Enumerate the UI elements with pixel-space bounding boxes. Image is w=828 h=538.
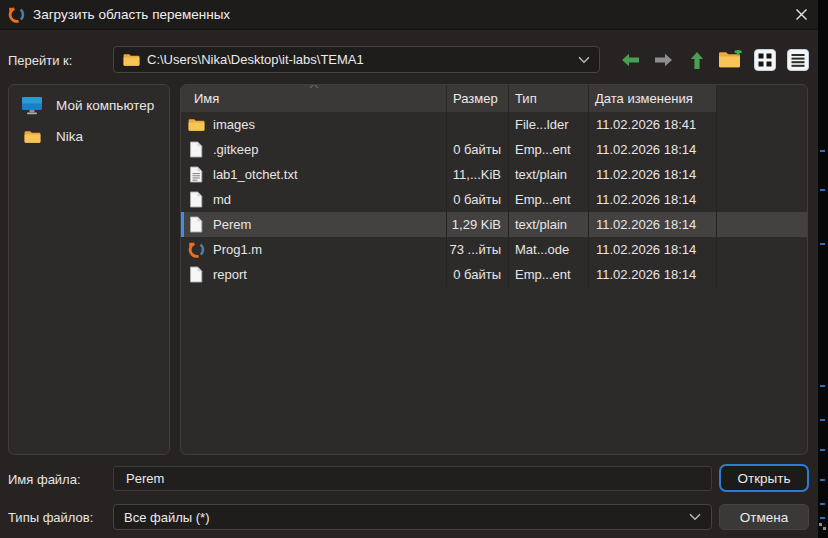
file-name: Prog1.m — [213, 242, 262, 257]
file-size: 1,29 KiB — [447, 212, 509, 237]
file-size: 0 байты — [447, 137, 509, 162]
path-combobox[interactable]: C:\Users\Nika\Desktop\it-labs\TEMA1 — [113, 46, 600, 73]
filename-label: Имя файла: — [8, 472, 81, 487]
grid-view-icon — [754, 49, 776, 71]
table-header: Имя Размер Тип Дата изменения — [181, 85, 807, 112]
file-type-icon — [187, 141, 205, 158]
places-sidebar: Мой компьютер Nika — [8, 84, 170, 455]
filename-input[interactable]: Perem — [113, 466, 712, 491]
forward-button[interactable] — [650, 47, 676, 73]
file-size: 73 ...йты — [447, 237, 509, 262]
folder-icon — [123, 53, 140, 67]
sidebar-item-label: Nika — [56, 129, 83, 144]
table-row[interactable]: .gitkeep 0 байты Emp...ent 11.02.2026 18… — [181, 137, 807, 162]
path-value: C:\Users\Nika\Desktop\it-labs\TEMA1 — [147, 52, 364, 67]
back-button[interactable] — [617, 47, 643, 73]
background-screen-edge — [818, 0, 828, 538]
filetype-label: Типы файлов: — [8, 510, 93, 525]
file-size: 0 байты — [447, 262, 509, 287]
file-type: Emp...ent — [509, 262, 589, 287]
goto-label: Перейти к: — [8, 53, 72, 68]
file-type-icon — [187, 241, 205, 258]
file-type: text/plain — [509, 212, 589, 237]
file-date: 11.02.2026 18:41 — [589, 112, 717, 137]
chevron-down-icon — [689, 513, 701, 521]
column-header-size[interactable]: Размер — [447, 85, 509, 112]
file-type: text/plain — [509, 162, 589, 187]
sort-ascending-icon — [309, 84, 319, 89]
table-row[interactable]: lab1_otchet.txt 11,...KiB text/plain 11.… — [181, 162, 807, 187]
file-browser-panel: Имя Размер Тип Дата изменения images Fil… — [180, 84, 808, 455]
file-date: 11.02.2026 18:14 — [589, 262, 717, 287]
icon-view-button[interactable] — [752, 47, 778, 73]
close-icon — [795, 8, 808, 21]
forward-icon — [654, 53, 673, 67]
filetype-value: Все файлы (*) — [124, 510, 209, 525]
sidebar-item-icon — [20, 96, 44, 115]
column-header-date[interactable]: Дата изменения — [589, 85, 717, 112]
table-row[interactable]: report 0 байты Emp...ent 11.02.2026 18:1… — [181, 262, 807, 287]
open-button[interactable]: Открыть — [719, 464, 809, 492]
octave-logo-icon — [8, 6, 25, 23]
list-view-icon — [787, 49, 809, 71]
table-row[interactable]: images File...lder 11.02.2026 18:41 — [181, 112, 807, 137]
filename-value: Perem — [126, 471, 164, 486]
close-button[interactable] — [784, 0, 818, 30]
file-name: .gitkeep — [213, 142, 259, 157]
file-type-icon — [187, 166, 205, 183]
load-variables-dialog: Загрузить область переменных Перейти к: … — [0, 0, 818, 538]
new-folder-icon — [718, 50, 742, 70]
table-row[interactable]: md 0 байты Emp...ent 11.02.2026 18:14 — [181, 187, 807, 212]
file-type: Mat...ode — [509, 237, 589, 262]
file-date: 11.02.2026 18:14 — [589, 237, 717, 262]
dialog-title: Загрузить область переменных — [33, 7, 230, 22]
up-icon — [690, 51, 704, 70]
title-bar: Загрузить область переменных — [0, 0, 818, 30]
file-name: Perem — [213, 217, 251, 232]
table-row[interactable]: Prog1.m 73 ...йты Mat...ode 11.02.2026 1… — [181, 237, 807, 262]
filetype-combobox[interactable]: Все файлы (*) — [113, 504, 712, 530]
table-row[interactable]: Perem 1,29 KiB text/plain 11.02.2026 18:… — [181, 212, 807, 237]
file-type-icon — [187, 118, 205, 132]
sidebar-item-label: Мой компьютер — [56, 98, 154, 113]
back-icon — [621, 53, 640, 67]
cancel-button[interactable]: Отмена — [719, 504, 809, 530]
new-folder-button[interactable] — [717, 47, 743, 73]
file-date: 11.02.2026 18:14 — [589, 187, 717, 212]
file-rows: images File...lder 11.02.2026 18:41 .git… — [181, 112, 807, 287]
file-size: 0 байты — [447, 187, 509, 212]
file-type-icon — [187, 266, 205, 283]
file-size: 11,...KiB — [447, 162, 509, 187]
file-name: md — [213, 192, 231, 207]
sidebar-item-мой-компьютер[interactable]: Мой компьютер — [9, 90, 169, 121]
column-header-name[interactable]: Имя — [181, 85, 447, 112]
column-header-type[interactable]: Тип — [509, 85, 589, 112]
file-date: 11.02.2026 18:14 — [589, 162, 717, 187]
detail-view-button[interactable] — [785, 47, 811, 73]
file-type: Emp...ent — [509, 137, 589, 162]
file-name: images — [213, 117, 255, 132]
file-name: lab1_otchet.txt — [213, 167, 298, 182]
file-date: 11.02.2026 18:14 — [589, 137, 717, 162]
up-directory-button[interactable] — [684, 47, 710, 73]
file-type-icon — [187, 191, 205, 208]
file-type-icon — [187, 216, 205, 233]
file-date: 11.02.2026 18:14 — [589, 212, 717, 237]
file-type: Emp...ent — [509, 187, 589, 212]
file-type: File...lder — [509, 112, 589, 137]
sidebar-item-nika[interactable]: Nika — [9, 121, 169, 152]
file-size — [447, 112, 509, 137]
chevron-down-icon — [578, 56, 590, 64]
file-name: report — [213, 267, 247, 282]
sidebar-item-icon — [20, 130, 44, 144]
